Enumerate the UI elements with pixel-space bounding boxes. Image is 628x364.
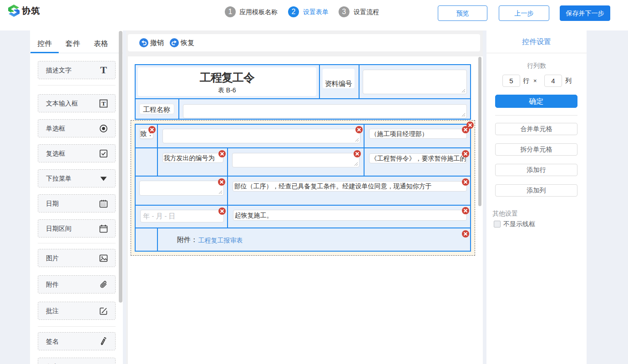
svg-text:T: T (101, 100, 106, 107)
